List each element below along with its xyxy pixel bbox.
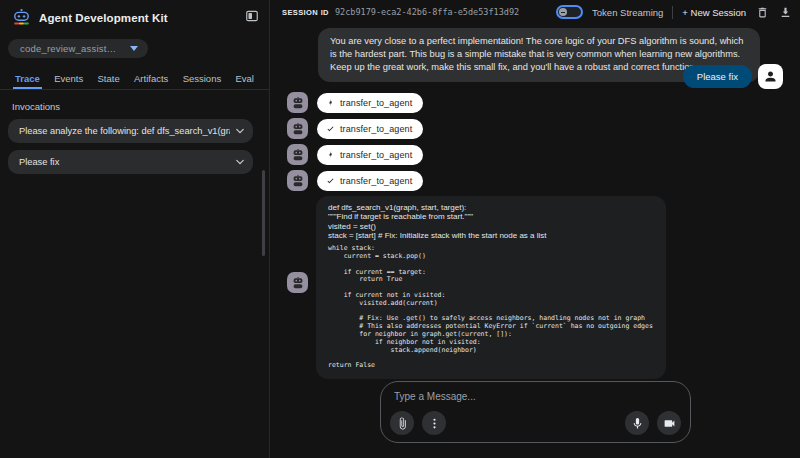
invocation-label: Please fix [19, 157, 230, 167]
event-row: transfer_to_agent [287, 144, 423, 165]
tab-artifacts[interactable]: Artifacts [132, 73, 170, 89]
message-input[interactable] [394, 391, 677, 402]
tab-trace[interactable]: Trace [13, 73, 42, 89]
event-row: transfer_to_agent [287, 118, 423, 139]
invocation-item[interactable]: Please analyze the following: def dfs_se… [8, 119, 253, 143]
bot-code-bubble: def dfs_search_v1(graph, start, target):… [316, 196, 666, 379]
event-list: transfer_to_agent transfer_to_agent tran… [287, 92, 423, 191]
check-icon [326, 124, 335, 133]
session-toolbar: SESSION ID 92cb9179-eca2-42b6-8ffa-e5de5… [271, 0, 800, 24]
bot-avatar [287, 118, 308, 139]
token-streaming-label: Token Streaming [592, 7, 663, 18]
bolt-icon [326, 150, 335, 159]
event-row: transfer_to_agent [287, 92, 423, 113]
new-session-button[interactable]: + New Session [682, 7, 746, 18]
sidebar-header: Agent Development Kit [0, 0, 269, 33]
bolt-icon [326, 98, 335, 107]
chevron-down-icon [236, 158, 244, 166]
toolbar-actions: Token Streaming + New Session [556, 5, 792, 19]
code-block: while stack: current = stack.pop() if cu… [328, 245, 654, 370]
videocam-button[interactable] [657, 411, 681, 435]
tab-state[interactable]: State [96, 73, 122, 89]
event-label: transfer_to_agent [340, 98, 412, 108]
attach-icon [396, 417, 409, 430]
function-response-button[interactable]: transfer_to_agent [317, 171, 423, 191]
sidebar-scrollbar[interactable] [262, 170, 265, 256]
adk-logo-icon [12, 8, 31, 27]
event-label: transfer_to_agent [340, 124, 412, 134]
session-id-value: 92cb9179-eca2-42b6-8ffa-e5de53f13d92 [335, 7, 519, 17]
collapse-panel-icon[interactable] [245, 9, 259, 23]
user-message-bubble: Please fix [683, 65, 752, 88]
sidebar: Agent Development Kit code_review_assist… [0, 0, 270, 458]
toolbar-divider [672, 6, 673, 19]
attach-file-button[interactable] [390, 411, 414, 435]
sidebar-tabs: Trace Events State Artifacts Sessions Ev… [0, 70, 269, 90]
chevron-down-icon [130, 46, 138, 51]
tab-sessions[interactable]: Sessions [181, 73, 224, 89]
bot-avatar [287, 170, 308, 191]
check-icon [326, 176, 335, 185]
function-call-button[interactable]: transfer_to_agent [317, 145, 423, 165]
function-call-button[interactable]: transfer_to_agent [317, 93, 423, 113]
event-label: transfer_to_agent [340, 150, 412, 160]
token-streaming-toggle[interactable] [556, 5, 583, 19]
composer-right-actions [625, 411, 681, 435]
session-id-label: SESSION ID [282, 8, 329, 17]
user-avatar [758, 64, 783, 89]
toggle-thumb [559, 8, 567, 16]
videocam-icon [663, 417, 676, 430]
more-vert-icon [428, 417, 441, 430]
invocation-item[interactable]: Please fix [8, 150, 253, 174]
code-intro-text: def dfs_search_v1(graph, start, target):… [328, 203, 654, 240]
bot-avatar [287, 144, 308, 165]
user-message-row: Please fix [683, 64, 783, 89]
bot-avatar [287, 272, 308, 293]
invocation-label: Please analyze the following: def dfs_se… [19, 126, 230, 136]
download-icon[interactable] [778, 5, 792, 19]
mic-icon [631, 417, 644, 430]
delete-session-icon[interactable] [755, 5, 769, 19]
more-options-button[interactable] [422, 411, 446, 435]
app-title: Agent Development Kit [39, 12, 168, 24]
event-row: transfer_to_agent [287, 170, 423, 191]
function-response-button[interactable]: transfer_to_agent [317, 119, 423, 139]
chevron-down-icon [236, 127, 244, 135]
agent-select-label: code_review_assist… [20, 43, 116, 54]
main-panel: SESSION ID 92cb9179-eca2-42b6-8ffa-e5de5… [271, 0, 800, 458]
event-label: transfer_to_agent [340, 176, 412, 186]
tab-eval[interactable]: Eval [234, 73, 256, 89]
message-composer [380, 381, 691, 443]
composer-left-actions [390, 411, 446, 435]
mic-button[interactable] [625, 411, 649, 435]
tab-events[interactable]: Events [52, 73, 85, 89]
agent-select-dropdown[interactable]: code_review_assist… [8, 39, 148, 58]
invocations-heading: Invocations [12, 101, 269, 112]
bot-avatar [287, 92, 308, 113]
bot-code-message-row: def dfs_search_v1(graph, start, target):… [287, 196, 666, 379]
